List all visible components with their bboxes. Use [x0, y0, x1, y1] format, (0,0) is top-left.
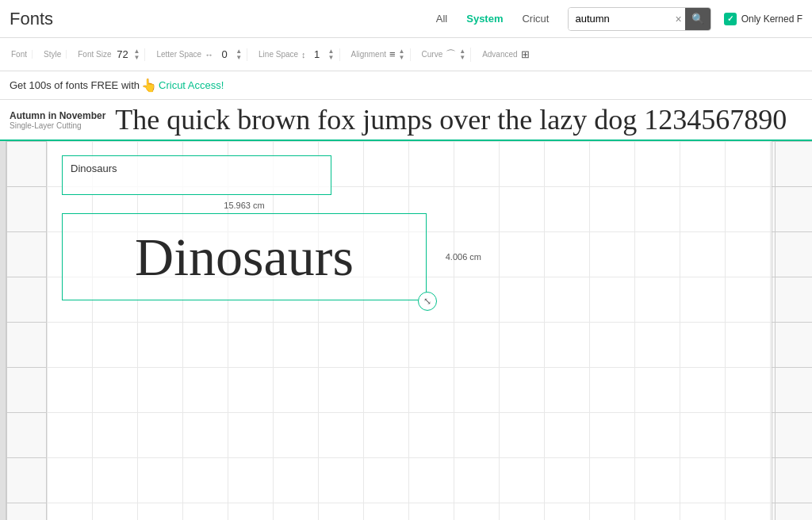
toolbar-advanced-group[interactable]: Advanced ⊞ — [477, 48, 534, 60]
fontsize-label: Font Size — [78, 50, 111, 59]
toolbar-style-group: Style — [39, 50, 67, 59]
left-ruler — [0, 141, 6, 520]
search-button[interactable]: 🔍 — [685, 8, 710, 30]
width-dimension-label: 15.963 cm — [62, 201, 427, 210]
letterspace-value: 0 — [216, 48, 232, 60]
fontsize-value: 72 — [115, 48, 131, 60]
letterspace-stepper[interactable]: ▲▼ — [236, 48, 242, 61]
search-clear-button[interactable]: × — [672, 13, 684, 25]
font-meta: Autumn in November Single-Layer Cutting — [10, 110, 105, 130]
linespace-label: Line Space — [259, 50, 298, 59]
only-kerned-label: Only Kerned F — [741, 13, 802, 25]
height-dimension-label: 4.006 cm — [446, 252, 481, 262]
canvas-element-group: Dinosaurs 15.963 cm Dinosaurs 4.006 cm ⤡ — [62, 155, 427, 300]
toolbar-linespace-group: Line Space ↕ 1 ▲▼ — [254, 48, 339, 61]
font-preview-text: The quick brown fox jumps over the lazy … — [115, 103, 787, 136]
toolbar-letterspace-group: Letter Space ↔ 0 ▲▼ — [151, 48, 247, 61]
toolbar: Font Style Font Size 72 ▲▼ Letter Space … — [0, 38, 812, 71]
curve-label: Curve — [422, 50, 443, 59]
curve-stepper[interactable]: ▲▼ — [459, 48, 465, 61]
font-preview-row: Autumn in November Single-Layer Cutting … — [0, 100, 812, 141]
search-icon: 🔍 — [691, 13, 704, 25]
promo-bar: Get 100s of fonts FREE with 👆 Cricut Acc… — [0, 71, 812, 100]
filter-tab-cricut[interactable]: Cricut — [515, 10, 555, 28]
filter-tab-system[interactable]: System — [460, 10, 509, 28]
filter-tab-all[interactable]: All — [430, 10, 454, 28]
toolbar-font-group: Font — [6, 50, 33, 59]
alignment-label: Alignment — [351, 50, 386, 59]
only-kerned-filter[interactable]: ✓ Only Kerned F — [724, 13, 802, 25]
font-type: Single-Layer Cutting — [10, 121, 105, 130]
canvas-area: Dinosaurs 15.963 cm Dinosaurs 4.006 cm ⤡ — [0, 141, 812, 520]
toolbar-fontsize-group: Font Size 72 ▲▼ — [73, 48, 145, 61]
advanced-label: Advanced — [482, 50, 517, 59]
search-area: × 🔍 — [568, 7, 710, 31]
fontsize-stepper[interactable]: ▲▼ — [134, 48, 140, 61]
app-title: Fonts — [10, 9, 65, 29]
letterspace-label: Letter Space — [156, 50, 201, 59]
font-name: Autumn in November — [10, 110, 105, 121]
toolbar-curve-group: Curve ⌒ ▲▼ — [417, 48, 472, 62]
promo-access-link[interactable]: Cricut Access! — [159, 79, 224, 91]
promo-text: Get 100s of fonts FREE with — [10, 79, 140, 91]
font-render-text: Dinosaurs — [135, 226, 354, 289]
linespace-value: 1 — [309, 48, 325, 60]
linespace-stepper[interactable]: ▲▼ — [328, 48, 335, 61]
style-label: Style — [44, 50, 61, 59]
font-render-box[interactable]: Dinosaurs 4.006 cm ⤡ — [62, 213, 427, 300]
font-label: Font — [11, 50, 27, 59]
canvas-container[interactable]: Dinosaurs 15.963 cm Dinosaurs 4.006 cm ⤡ — [6, 141, 812, 520]
filter-tabs: All System Cricut — [430, 10, 556, 28]
top-bar: Fonts All System Cricut × 🔍 ✓ Only Kerne… — [0, 0, 812, 38]
alignment-stepper[interactable]: ▲▼ — [399, 48, 405, 61]
toolbar-alignment-group: Alignment ≡ ▲▼ — [347, 48, 411, 61]
cursor-icon: 👆 — [141, 78, 157, 93]
resize-handle[interactable]: ⤡ — [418, 292, 437, 311]
text-edit-box[interactable]: Dinosaurs — [62, 155, 331, 195]
search-input[interactable] — [569, 8, 672, 30]
checkbox-checkmark: ✓ — [727, 14, 733, 23]
only-kerned-checkbox[interactable]: ✓ — [724, 13, 737, 25]
resize-icon: ⤡ — [423, 296, 431, 307]
